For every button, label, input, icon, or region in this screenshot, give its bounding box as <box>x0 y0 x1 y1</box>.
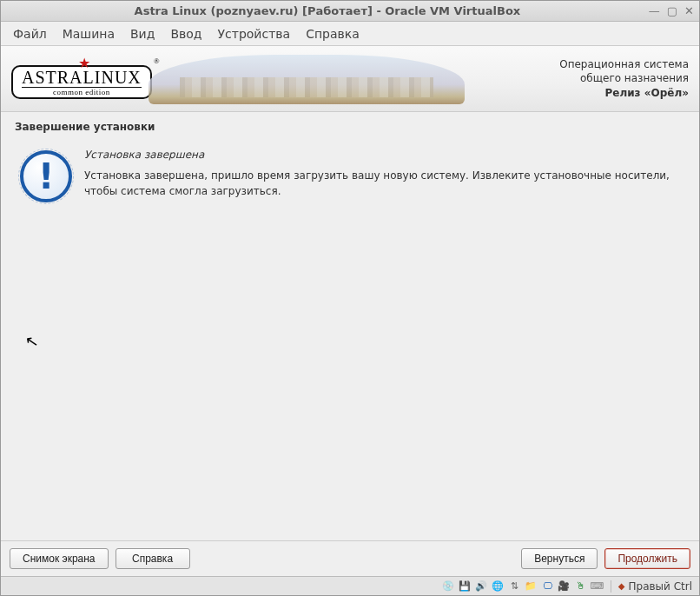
maximize-button[interactable]: ▢ <box>667 4 677 17</box>
shared-folders-icon[interactable]: 📁 <box>525 579 538 593</box>
close-button[interactable]: ✕ <box>684 4 694 17</box>
astralinux-logo: ★ ASTRALINUX common edition ® <box>11 58 158 99</box>
mouse-cursor-icon: ↖ <box>23 331 40 351</box>
message-body: Установка завершена, пришло время загруз… <box>84 168 685 199</box>
installer-content: Завершение установки ! Установка заверше… <box>1 112 699 540</box>
minimize-button[interactable]: — <box>649 4 660 17</box>
display-icon[interactable]: 🖵 <box>541 579 554 593</box>
host-key-indicator[interactable]: ◆ Правый Ctrl <box>618 580 692 593</box>
window-title: Astra Linux (poznyaev.ru) [Работает] - O… <box>6 4 649 17</box>
logo-text-main: ASTRALINUX <box>22 69 142 86</box>
menubar: Файл Машина Вид Ввод Устройства Справка <box>1 22 699 46</box>
usb-icon[interactable]: ⇅ <box>508 579 521 593</box>
harddisk-icon[interactable]: 💾 <box>459 579 472 593</box>
keyboard-icon[interactable]: ⌨ <box>591 579 604 593</box>
banner-cityscape-image <box>149 55 465 104</box>
help-button[interactable]: Справка <box>116 548 190 569</box>
banner-release: Релиз «Орёл» <box>559 86 689 100</box>
hostkey-diamond-icon: ◆ <box>618 581 625 591</box>
network-icon[interactable]: 🌐 <box>492 579 505 593</box>
installer-footer: Снимок экрана Справка Вернуться Продолжи… <box>1 540 699 576</box>
menu-view[interactable]: Вид <box>130 27 155 41</box>
optical-disk-icon[interactable]: 💿 <box>442 579 455 593</box>
banner-text: Операционная система общего назначения Р… <box>559 57 689 100</box>
status-icons: 💿 💾 🔊 🌐 ⇅ 📁 🖵 🎥 🖱 ⌨ <box>442 579 604 593</box>
audio-icon[interactable]: 🔊 <box>475 579 488 593</box>
info-exclamation-icon: ! <box>20 150 72 202</box>
menu-input[interactable]: Ввод <box>170 27 201 41</box>
statusbar-separator <box>611 580 611 593</box>
screenshot-button[interactable]: Снимок экрана <box>10 548 109 569</box>
installer-banner: ★ ASTRALINUX common edition ® Операционн… <box>1 46 699 112</box>
back-button[interactable]: Вернуться <box>521 548 598 569</box>
host-key-label: Правый Ctrl <box>628 580 692 593</box>
menu-file[interactable]: Файл <box>13 27 47 41</box>
banner-line1: Операционная система <box>559 57 689 71</box>
registered-icon: ® <box>154 56 160 65</box>
mouse-integration-icon[interactable]: 🖱 <box>574 579 587 593</box>
vm-statusbar: 💿 💾 🔊 🌐 ⇅ 📁 🖵 🎥 🖱 ⌨ ◆ Правый Ctrl <box>1 576 699 595</box>
menu-machine[interactable]: Машина <box>63 27 115 41</box>
menu-help[interactable]: Справка <box>306 27 360 41</box>
titlebar: Astra Linux (poznyaev.ru) [Работает] - O… <box>1 1 699 22</box>
window-controls: — ▢ ✕ <box>649 4 694 17</box>
message-heading: Установка завершена <box>84 147 685 162</box>
section-title: Завершение установки <box>15 121 685 133</box>
recording-icon[interactable]: 🎥 <box>558 579 571 593</box>
continue-button[interactable]: Продолжить <box>604 548 690 569</box>
banner-line2: общего назначения <box>559 71 689 85</box>
star-icon: ★ <box>78 60 90 67</box>
menu-devices[interactable]: Устройства <box>218 27 291 41</box>
logo-text-sub: common edition <box>22 87 142 96</box>
virtualbox-window: Astra Linux (poznyaev.ru) [Работает] - O… <box>0 0 700 596</box>
